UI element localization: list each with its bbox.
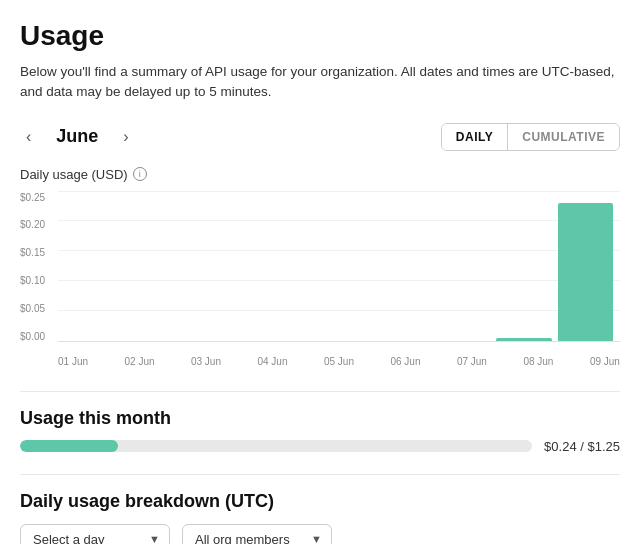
chart-info-icon: i [133, 167, 147, 181]
x-label-01jun: 01 Jun [58, 356, 88, 367]
x-label-08jun: 08 Jun [523, 356, 553, 367]
bar-08jun [496, 338, 552, 341]
divider-1 [20, 391, 620, 392]
bar-09jun [558, 203, 614, 340]
y-axis-labels: $0.00 $0.05 $0.10 $0.15 $0.20 $0.25 [20, 192, 56, 342]
y-label-2: $0.10 [20, 275, 56, 286]
filter-row: Select a day 01 Jun 02 Jun 03 Jun 04 Jun… [20, 524, 620, 545]
divider-2 [20, 474, 620, 475]
next-month-button[interactable]: › [117, 126, 134, 148]
progress-row: $0.24 / $1.25 [20, 439, 620, 454]
view-toggle-group: DAILY CUMULATIVE [441, 123, 620, 151]
breakdown-section: Daily usage breakdown (UTC) Select a day… [20, 491, 620, 545]
usage-month-title: Usage this month [20, 408, 620, 429]
progress-bar-background [20, 440, 532, 452]
day-select-wrapper: Select a day 01 Jun 02 Jun 03 Jun 04 Jun… [20, 524, 170, 545]
chart-plot-area [58, 192, 620, 342]
progress-label: $0.24 / $1.25 [544, 439, 620, 454]
y-label-0: $0.00 [20, 331, 56, 342]
cumulative-toggle-button[interactable]: CUMULATIVE [508, 124, 619, 150]
y-label-3: $0.15 [20, 247, 56, 258]
x-label-02jun: 02 Jun [124, 356, 154, 367]
breakdown-title: Daily usage breakdown (UTC) [20, 491, 620, 512]
page-title: Usage [20, 20, 620, 52]
x-label-06jun: 06 Jun [390, 356, 420, 367]
y-label-1: $0.05 [20, 303, 56, 314]
prev-month-button[interactable]: ‹ [20, 126, 37, 148]
member-select-wrapper: All org members ▼ [182, 524, 332, 545]
x-label-09jun: 09 Jun [590, 356, 620, 367]
x-label-03jun: 03 Jun [191, 356, 221, 367]
usage-month-section: Usage this month $0.24 / $1.25 [20, 408, 620, 454]
x-label-05jun: 05 Jun [324, 356, 354, 367]
daily-toggle-button[interactable]: DAILY [442, 124, 508, 150]
progress-bar-fill [20, 440, 118, 452]
bars-container [58, 192, 620, 341]
month-nav-bar: ‹ June › DAILY CUMULATIVE [20, 123, 620, 151]
chart-section: Daily usage (USD) i $0.00 $0.05 $0.10 $0… [20, 167, 620, 367]
x-axis-labels: 01 Jun 02 Jun 03 Jun 04 Jun 05 Jun 06 Ju… [58, 347, 620, 367]
chart-title-row: Daily usage (USD) i [20, 167, 620, 182]
x-label-04jun: 04 Jun [257, 356, 287, 367]
chart-container: $0.00 $0.05 $0.10 $0.15 $0.20 $0.25 [20, 192, 620, 367]
member-select[interactable]: All org members [182, 524, 332, 545]
page-subtitle: Below you'll find a summary of API usage… [20, 62, 620, 103]
month-control: ‹ June › [20, 126, 135, 148]
y-label-5: $0.25 [20, 192, 56, 203]
x-label-07jun: 07 Jun [457, 356, 487, 367]
chart-title-label: Daily usage (USD) [20, 167, 128, 182]
y-label-4: $0.20 [20, 219, 56, 230]
month-label: June [47, 126, 107, 147]
day-select[interactable]: Select a day 01 Jun 02 Jun 03 Jun 04 Jun… [20, 524, 170, 545]
